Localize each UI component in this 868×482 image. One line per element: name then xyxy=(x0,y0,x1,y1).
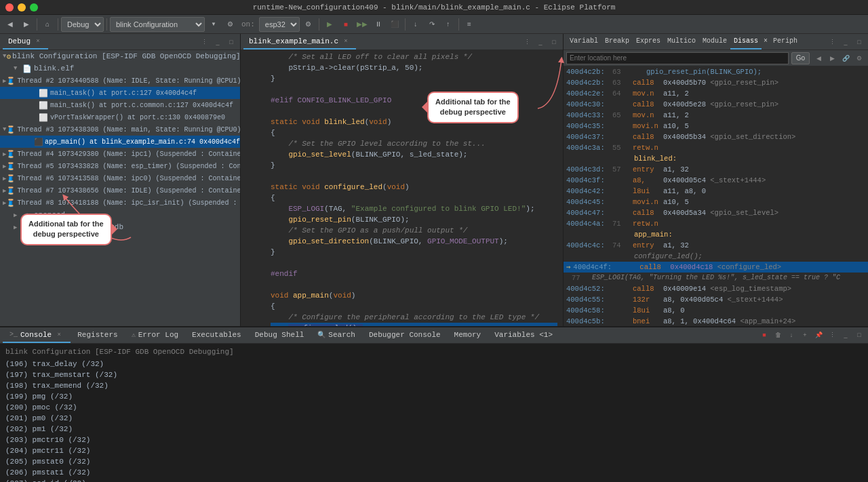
bottom-panel-menu[interactable]: ⋮ xyxy=(826,329,838,341)
stop-button[interactable]: ■ xyxy=(338,17,353,32)
list-item[interactable]: ▶ 🧵 Thread #8 1073418188 (Name: ipc_isr_… xyxy=(0,197,240,209)
console-line: (199) pmg (/32) xyxy=(5,391,863,402)
editor-panel-menu[interactable]: ⋮ xyxy=(521,36,533,48)
right-panel-menu[interactable]: ⋮ xyxy=(826,36,838,48)
code-line: void app_main(void) xyxy=(271,290,557,301)
go-button[interactable]: Go xyxy=(791,52,810,64)
run-button[interactable]: ▶ xyxy=(322,17,337,32)
bottom-panel-clear[interactable]: 🗑 xyxy=(772,329,784,341)
debug-panel-min[interactable]: _ xyxy=(212,36,224,48)
right-panel-min[interactable]: _ xyxy=(840,36,852,48)
debug-tab-bar: Debug × ⋮ _ □ xyxy=(0,34,240,50)
platform-settings-button[interactable]: ⚙ xyxy=(301,17,316,32)
step-over-button[interactable]: ↷ xyxy=(425,17,439,32)
resume-button[interactable]: ▶▶ xyxy=(355,17,370,32)
list-item[interactable]: ⬛ app_main() at blink_example_main.c:74 … xyxy=(0,136,240,148)
debug-config-select[interactable]: Debug xyxy=(61,17,104,32)
list-item[interactable]: ▶ 🧵 Thread #4 1073429380 (Name: ipc1) (S… xyxy=(0,148,240,160)
disasm-step-back[interactable]: ◀ xyxy=(812,52,825,64)
console-line: (198) trax_memend (/32) xyxy=(5,380,863,391)
tab-disassembly[interactable]: Disass xyxy=(730,35,762,49)
bottom-panel-pin[interactable]: 📌 xyxy=(812,329,825,341)
list-item[interactable]: ▼ 🧵 Thread #3 1073438308 (Name: main, St… xyxy=(0,123,240,136)
list-item: 400d4c4a: 71 retw.n xyxy=(564,218,868,229)
tab-debug[interactable]: Debug × xyxy=(3,35,48,49)
bottom-panel-max[interactable]: □ xyxy=(853,329,865,341)
tab-modules[interactable]: Module xyxy=(699,35,730,49)
terminate-button[interactable]: ⬛ xyxy=(387,17,402,32)
editor-tab-bar: blink_example_main.c × ⋮ _ □ xyxy=(241,34,563,50)
debug-panel-menu[interactable]: ⋮ xyxy=(198,36,210,48)
editor-panel-max[interactable]: □ xyxy=(548,36,560,48)
back-button[interactable]: ◀ xyxy=(3,17,18,32)
list-item[interactable]: ⬜ vPortTaskWrapper() at port.c:130 0x400… xyxy=(0,111,240,123)
more-tools-button[interactable]: ≡ xyxy=(462,17,477,32)
build-config-select[interactable]: blink Configuration xyxy=(110,17,205,32)
editor-panel-min[interactable]: _ xyxy=(534,36,547,48)
config-arrow-button[interactable]: ▼ xyxy=(206,17,221,32)
tab-console[interactable]: >_ Console × xyxy=(3,328,71,343)
list-item[interactable]: ▼ ⚙ blink Configuration [ESP-IDF GDB Ope… xyxy=(0,50,240,62)
list-item[interactable]: ▼ 📄 blink.elf xyxy=(0,62,240,75)
list-item: 400d4c47: call8 0x400d5a34 <gpio_set_lev… xyxy=(564,207,868,218)
close-button[interactable] xyxy=(5,3,14,12)
right-tab-bar: Variabl Breakp Expres Multico Module Dis… xyxy=(564,34,868,50)
debug-panel-max[interactable]: □ xyxy=(225,36,237,48)
variables-tab-label: Variables <1> xyxy=(494,331,553,339)
tab-expressions[interactable]: Expres xyxy=(633,35,664,49)
window-title: runtime-New_configuration409 - blink/mai… xyxy=(253,3,616,12)
home-button[interactable]: ⌂ xyxy=(40,17,55,32)
debug-tab-close[interactable]: × xyxy=(33,37,43,46)
bottom-panel-stop[interactable]: ■ xyxy=(758,329,770,341)
list-item[interactable]: ▶ ⚙ openocd xyxy=(0,209,240,221)
main-toolbar: ◀ ▶ ⌂ Debug blink Configuration ▼ ⚙ on: … xyxy=(0,15,868,34)
tab-multicore[interactable]: Multico xyxy=(664,35,699,49)
bottom-panel-scroll[interactable]: ↓ xyxy=(785,329,797,341)
console-line: (205) pmstat0 (/32) xyxy=(5,456,863,467)
list-item[interactable]: ▶ 🧵 Thread #6 1073413588 (Name: ipc0) (S… xyxy=(0,172,240,184)
code-line: pStrip_a->clear(pStrip_a, 50); xyxy=(271,62,557,73)
tab-executables[interactable]: Executables xyxy=(185,328,248,343)
code-line: gpio_reset_pin(BLINK_GPIO); xyxy=(271,214,557,225)
console-header: blink Configuration [ESP-IDF GDB OpenOCD… xyxy=(5,346,863,357)
tab-registers[interactable]: Registers xyxy=(71,328,124,343)
list-item: 400d4c52: call8 0x40009e14 <esp_log_time… xyxy=(564,283,868,294)
list-item[interactable]: ⬜ main_task() at port.c.common.c:127 0x4… xyxy=(0,99,240,111)
tab-breakpoints[interactable]: Breakp xyxy=(601,35,633,49)
list-item[interactable]: ⬜ main_task() at port.c:127 0x400d4c4f xyxy=(0,87,240,99)
editor-tab-close[interactable]: × xyxy=(341,37,351,46)
maximize-button[interactable] xyxy=(30,3,38,12)
tab-editor-file[interactable]: blink_example_main.c × xyxy=(243,35,356,49)
tab-peripherals[interactable]: Periph xyxy=(770,35,801,49)
window-controls[interactable] xyxy=(5,3,38,12)
right-panel-max[interactable]: □ xyxy=(853,36,865,48)
bottom-panel-min[interactable]: _ xyxy=(840,329,852,341)
tab-search[interactable]: 🔍 Search xyxy=(311,328,362,343)
step-return-button[interactable]: ↑ xyxy=(441,17,456,32)
list-item: 400d4c58: l8ui a8, 0 xyxy=(564,305,868,316)
forward-button[interactable]: ▶ xyxy=(19,17,34,32)
tab-variables[interactable]: Variables <1> xyxy=(488,328,559,343)
tab-error-log[interactable]: ⚠ Error Log xyxy=(125,328,185,343)
disasm-location-input[interactable] xyxy=(566,52,789,64)
list-item[interactable]: ▶ 🧵 Thread #7 1073438656 (Name: IDLE) (S… xyxy=(0,184,240,197)
minimize-button[interactable] xyxy=(18,3,26,12)
list-item[interactable]: ▶ ⚙ xtensa-esp32-elf-gdb xyxy=(0,221,240,233)
suspend-button[interactable]: ⏸ xyxy=(371,17,386,32)
disasm-settings[interactable]: ⚙ xyxy=(853,52,865,64)
disasm-link[interactable]: 🔗 xyxy=(840,52,852,64)
console-tab-close[interactable]: × xyxy=(54,330,64,340)
list-item[interactable]: ▶ 🧵 Thread #5 1073433828 (Name: esp_time… xyxy=(0,160,240,172)
disasm-step-fwd[interactable]: ▶ xyxy=(826,52,838,64)
tab-debug-shell[interactable]: Debug Shell xyxy=(248,328,311,343)
step-into-button[interactable]: ↓ xyxy=(408,17,423,32)
tab-variables[interactable]: Variabl xyxy=(566,35,601,49)
platform-select[interactable]: esp32 xyxy=(259,17,300,32)
list-item: 400d4c33: 65 mov.n a11, 2 xyxy=(564,110,868,121)
tab-close-disass[interactable]: × xyxy=(762,35,770,49)
tab-debugger-console[interactable]: Debugger Console xyxy=(362,328,448,343)
list-item[interactable]: ▶ 🧵 Thread #2 1073440588 (Name: IDLE, St… xyxy=(0,75,240,87)
config-settings-button[interactable]: ⚙ xyxy=(222,17,237,32)
bottom-panel-new[interactable]: + xyxy=(799,329,811,341)
tab-memory[interactable]: Memory xyxy=(448,328,488,343)
